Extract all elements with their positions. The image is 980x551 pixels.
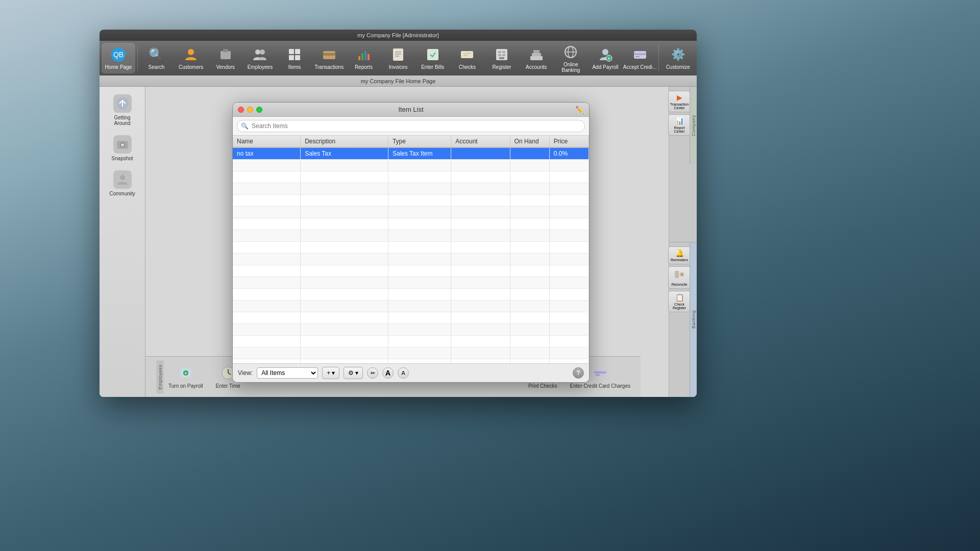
table-cell-empty-1 [301, 359, 388, 364]
snapshot-label: Snapshot [111, 156, 133, 161]
table-cell-empty-2 [388, 183, 451, 195]
col-header-type[interactable]: Type [388, 136, 451, 147]
table-cell-empty-4 [510, 171, 549, 183]
table-row-empty [233, 277, 589, 289]
table-cell-empty-3 [451, 265, 510, 277]
enter-credit-charges-label: Enter Credit Card Charges [570, 383, 630, 389]
table-cell-empty-0 [233, 171, 301, 183]
toolbar-customers[interactable]: Customers [174, 43, 208, 73]
toolbar-accept-credit[interactable]: Accept Credi... [623, 43, 657, 73]
dialog-edit-icon[interactable]: ✏️ [575, 106, 584, 114]
toolbar-reports-label: Reports [355, 64, 373, 70]
svg-rect-42 [635, 56, 640, 57]
font-small-button[interactable]: A [398, 367, 409, 379]
dialog-title: Item List [398, 106, 423, 113]
vendors-icon [217, 46, 234, 63]
table-cell-empty-3 [451, 242, 510, 254]
table-cell-0: no tax [233, 147, 301, 160]
items-icon [286, 46, 303, 63]
add-button[interactable]: + ▾ [322, 367, 339, 379]
col-header-onhand[interactable]: On Hand [510, 136, 549, 147]
online-banking-icon [562, 44, 579, 60]
svg-point-2 [188, 49, 194, 55]
font-large-button[interactable]: A [382, 367, 394, 379]
table-cell-empty-1 [301, 207, 388, 218]
gear-icon: ⚙ [348, 369, 354, 377]
nav-community[interactable]: Community [105, 168, 140, 199]
toolbar-customize[interactable]: ⚙️ Customize [661, 43, 695, 73]
toolbar-enter-bills[interactable]: Enter Bills [416, 43, 450, 73]
svg-rect-30 [499, 57, 504, 59]
toolbar-vendors[interactable]: Vendors [209, 43, 242, 73]
table-cell-empty-4 [510, 265, 549, 277]
search-input[interactable] [237, 120, 585, 132]
table-cell-empty-1 [301, 265, 388, 277]
col-header-price[interactable]: Price [549, 136, 589, 147]
turn-on-payroll-item[interactable]: + Turn on Payroll [163, 362, 208, 391]
table-cell-3 [451, 147, 510, 160]
toolbar-reports[interactable]: Reports [347, 43, 381, 73]
table-row-empty [233, 242, 589, 254]
table-row[interactable]: no taxSales TaxSales Tax Item0.0% [233, 147, 589, 160]
table-cell-empty-0 [233, 324, 301, 336]
table-cell-empty-2 [388, 254, 451, 265]
reminders-btn[interactable]: 🔔 Reminders [668, 246, 691, 264]
enter-time-label: Enter Time [215, 383, 240, 389]
gear-button[interactable]: ⚙ ▾ [344, 367, 363, 379]
reconcile-btn[interactable]: Reconcile [668, 266, 691, 289]
nav-snapshot[interactable]: Snapshot [105, 133, 140, 164]
maximize-button[interactable] [256, 107, 262, 113]
check-register-btn[interactable]: 📋 Check Register [668, 291, 691, 312]
toolbar-online-banking[interactable]: Online Banking [554, 43, 588, 73]
table-cell-empty-3 [451, 218, 510, 230]
toolbar-employees[interactable]: Employees [243, 43, 277, 73]
font-large-icon: A [385, 369, 390, 377]
toolbar-invoices[interactable]: Invoices [381, 43, 415, 73]
toolbar-accounts[interactable]: Accounts [520, 43, 553, 73]
table-cell-empty-5 [549, 254, 589, 265]
table-cell-empty-2 [388, 195, 451, 207]
view-select[interactable]: All Items Service Non-inventory Inventor… [257, 367, 318, 379]
table-cell-empty-5 [549, 160, 589, 171]
table-cell-empty-3 [451, 336, 510, 347]
right-sidebar: Company ▶ Transaction Center 📊 Report Ce… [669, 87, 697, 397]
toolbar-transactions[interactable]: Transactions [312, 43, 346, 73]
toolbar-register[interactable]: Register [485, 43, 519, 73]
edit-pencil-button[interactable]: ✏ [367, 367, 378, 379]
toolbar-accept-credit-label: Accept Credi... [623, 64, 657, 70]
report-center-btn[interactable]: 📊 Report Center [668, 114, 691, 136]
minimize-button[interactable] [247, 107, 253, 113]
print-checks-label: Print Checks [528, 383, 557, 389]
toolbar-home[interactable]: QB Home Page [102, 43, 135, 73]
table-cell-empty-3 [451, 300, 510, 312]
table-cell-empty-4 [510, 195, 549, 207]
table-cell-4 [510, 147, 549, 160]
nav-getting-around[interactable]: Getting Around [105, 92, 140, 129]
col-header-name[interactable]: Name [233, 136, 301, 147]
accept-credit-icon [632, 46, 648, 63]
toolbar-checks[interactable]: Checks [451, 43, 484, 73]
help-button[interactable]: ? [573, 367, 584, 379]
table-cell-empty-1 [301, 336, 388, 347]
table-cell-empty-5 [549, 218, 589, 230]
toolbar-items[interactable]: Items [278, 43, 311, 73]
transaction-center-btn[interactable]: ▶ Transaction Center [668, 91, 691, 112]
toolbar-search[interactable]: 🔍 Search [140, 43, 174, 73]
svg-rect-10 [295, 55, 300, 60]
svg-rect-21 [427, 49, 438, 60]
table-cell-empty-5 [549, 195, 589, 207]
table-cell-empty-0 [233, 312, 301, 324]
table-cell-empty-4 [510, 242, 549, 254]
table-cell-empty-0 [233, 289, 301, 300]
table-cell-empty-4 [510, 324, 549, 336]
item-table-body: no taxSales TaxSales Tax Item0.0% [233, 147, 589, 363]
table-cell-empty-0 [233, 347, 301, 359]
table-cell-empty-5 [549, 230, 589, 242]
close-button[interactable] [238, 107, 244, 113]
table-row-empty [233, 254, 589, 265]
table-cell-empty-2 [388, 312, 451, 324]
svg-rect-12 [323, 53, 335, 56]
toolbar-add-payroll[interactable]: + Add Payroll [589, 43, 622, 73]
col-header-description[interactable]: Description [301, 136, 388, 147]
col-header-account[interactable]: Account [451, 136, 510, 147]
